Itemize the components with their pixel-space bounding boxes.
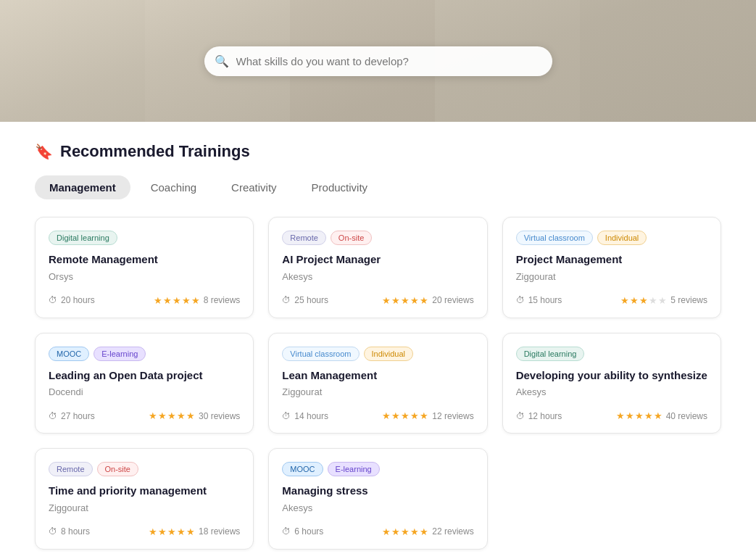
badge-mooc: MOOC	[282, 462, 323, 476]
card-title: Managing stress	[282, 484, 473, 498]
card-hours: ⏱ 12 hours	[516, 411, 562, 421]
card-footer: ⏱ 12 hours ★★★★★ 40 reviews	[516, 410, 707, 421]
tab-bar: ManagementCoachingCreativityProductivity	[35, 175, 721, 199]
stars: ★★★★★	[620, 295, 667, 306]
clock-icon: ⏱	[516, 411, 525, 421]
card-badges: Virtual classroomIndividual	[516, 231, 707, 245]
clock-icon: ⏱	[282, 295, 291, 305]
card-hours: ⏱ 25 hours	[282, 295, 328, 305]
cards-grid: Digital learning Remote Management Orsys…	[35, 217, 721, 550]
badge-elearning: E-learning	[328, 462, 380, 476]
stars: ★★★★★	[149, 526, 195, 537]
main-content: 🔖 Recommended Trainings ManagementCoachi…	[0, 122, 756, 559]
card-rating: ★★★★★ 30 reviews	[149, 410, 240, 421]
card-footer: ⏱ 20 hours ★★★★★ 8 reviews	[49, 295, 240, 306]
review-count: 22 reviews	[432, 526, 473, 537]
review-count: 20 reviews	[432, 295, 473, 305]
training-card[interactable]: RemoteOn-site AI Project Manager Akesys …	[268, 217, 487, 318]
training-card[interactable]: MOOCE-learning Leading an Open Data proj…	[35, 333, 254, 434]
card-rating: ★★★★★ 8 reviews	[154, 295, 241, 306]
card-badges: Digital learning	[516, 347, 707, 361]
training-card[interactable]: Virtual classroomIndividual Lean Managem…	[268, 333, 487, 434]
card-hours: ⏱ 20 hours	[49, 295, 95, 305]
card-rating: ★★★★★ 20 reviews	[382, 295, 473, 306]
clock-icon: ⏱	[516, 295, 525, 305]
stars: ★★★★★	[149, 410, 195, 421]
badge-digital: Digital learning	[516, 347, 585, 361]
badge-remote: Remote	[282, 231, 326, 245]
card-provider: Docendi	[49, 386, 240, 397]
badge-remote: Remote	[49, 462, 93, 476]
clock-icon: ⏱	[282, 526, 291, 537]
card-footer: ⏱ 15 hours ★★★★★ 5 reviews	[516, 295, 707, 306]
clock-icon: ⏱	[282, 411, 291, 421]
training-card[interactable]: Digital learning Remote Management Orsys…	[35, 217, 254, 318]
card-footer: ⏱ 14 hours ★★★★★ 12 reviews	[282, 410, 473, 421]
card-badges: MOOCE-learning	[49, 347, 240, 361]
stars: ★★★★★	[154, 295, 200, 306]
review-count: 12 reviews	[432, 411, 473, 421]
badge-virtual: Virtual classroom	[516, 231, 593, 245]
section-title: Recommended Trainings	[60, 142, 250, 161]
review-count: 8 reviews	[204, 295, 241, 305]
card-provider: Akesys	[516, 386, 707, 397]
review-count: 40 reviews	[666, 411, 707, 421]
card-hours: ⏱ 15 hours	[516, 295, 562, 305]
card-badges: MOOCE-learning	[282, 462, 473, 476]
stars: ★★★★★	[382, 410, 428, 421]
hero-section: 🔍	[0, 0, 756, 122]
badge-digital: Digital learning	[49, 231, 117, 245]
card-provider: Akesys	[282, 502, 473, 513]
card-footer: ⏱ 27 hours ★★★★★ 30 reviews	[49, 410, 240, 421]
bookmark-icon: 🔖	[35, 143, 53, 160]
badge-individual: Individual	[597, 231, 647, 245]
card-provider: Orsys	[49, 271, 240, 282]
card-hours: ⏱ 14 hours	[282, 411, 328, 421]
clock-icon: ⏱	[49, 411, 57, 421]
card-title: AI Project Manager	[282, 252, 473, 267]
card-footer: ⏱ 25 hours ★★★★★ 20 reviews	[282, 295, 473, 306]
training-card[interactable]: MOOCE-learning Managing stress Akesys ⏱ …	[268, 448, 487, 550]
stars: ★★★★★	[382, 526, 428, 537]
section-header: 🔖 Recommended Trainings	[35, 142, 721, 161]
card-title: Leading an Open Data project	[49, 368, 240, 383]
card-title: Project Management	[516, 252, 707, 267]
badge-individual: Individual	[364, 347, 413, 361]
card-hours: ⏱ 8 hours	[49, 526, 90, 537]
training-card[interactable]: Virtual classroomIndividual Project Mana…	[502, 217, 721, 318]
card-title: Lean Management	[282, 368, 473, 383]
card-provider: Ziggourat	[49, 502, 240, 513]
card-title: Time and priority management	[49, 484, 240, 498]
card-hours: ⏱ 6 hours	[282, 526, 323, 537]
review-count: 18 reviews	[199, 526, 240, 537]
card-hours: ⏱ 27 hours	[49, 411, 95, 421]
tab-coaching[interactable]: Coaching	[136, 175, 211, 199]
stars: ★★★★★	[382, 295, 428, 306]
badge-onsite: On-site	[97, 462, 138, 476]
tab-productivity[interactable]: Productivity	[297, 175, 383, 199]
card-title: Remote Management	[49, 252, 240, 267]
clock-icon: ⏱	[49, 295, 57, 305]
card-footer: ⏱ 8 hours ★★★★★ 18 reviews	[49, 526, 240, 537]
review-count: 30 reviews	[199, 411, 240, 421]
badge-elearning: E-learning	[94, 347, 146, 361]
card-rating: ★★★★★ 22 reviews	[382, 526, 473, 537]
training-card[interactable]: RemoteOn-site Time and priority manageme…	[35, 448, 254, 550]
card-badges: Digital learning	[49, 231, 240, 245]
search-input[interactable]	[204, 46, 552, 76]
search-wrapper: 🔍	[204, 46, 552, 76]
card-provider: Ziggourat	[516, 271, 707, 282]
training-card[interactable]: Digital learning Developing your ability…	[502, 333, 721, 434]
badge-virtual: Virtual classroom	[282, 347, 359, 361]
tab-management[interactable]: Management	[35, 175, 130, 199]
stars: ★★★★★	[616, 410, 662, 421]
review-count: 5 reviews	[670, 295, 707, 305]
card-badges: Virtual classroomIndividual	[282, 347, 473, 361]
tab-creativity[interactable]: Creativity	[217, 175, 291, 199]
card-rating: ★★★★★ 18 reviews	[149, 526, 240, 537]
badge-onsite: On-site	[331, 231, 372, 245]
card-provider: Akesys	[282, 271, 473, 282]
card-badges: RemoteOn-site	[49, 462, 240, 476]
card-provider: Ziggourat	[282, 386, 473, 397]
card-footer: ⏱ 6 hours ★★★★★ 22 reviews	[282, 526, 473, 537]
